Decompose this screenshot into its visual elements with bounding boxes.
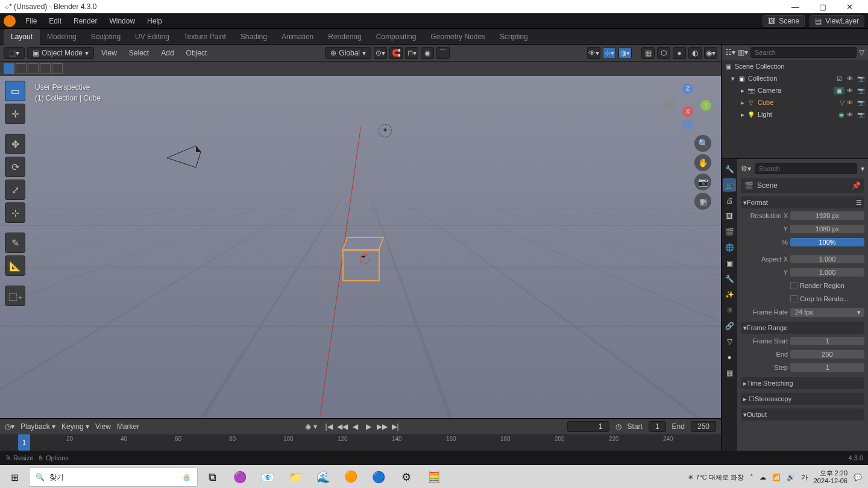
checkbox-icon[interactable]: ☑ [837,75,845,82]
timeline-editor-icon[interactable]: ◷▾ [5,422,14,431]
visibility-dropdown[interactable]: 👁▾ [587,47,600,59]
viewlayer-selector[interactable]: ▤ViewLayer [810,15,864,27]
snap-toggle[interactable]: 🧲 [389,47,403,59]
sync-icon[interactable]: ◷ [615,422,621,431]
tool-select-box[interactable]: ▭ [5,81,25,101]
editor-type-dropdown[interactable]: ⬚▾ [4,47,25,59]
tab-viewlayer[interactable]: 🖼 [723,210,736,223]
blender-logo-icon[interactable] [4,15,16,27]
proportional-falloff[interactable]: ⌒ [436,47,450,59]
tool-cursor[interactable]: ✛ [5,104,25,124]
gizmo-toggle[interactable]: ⊹▾ [603,47,616,59]
timeline-marker[interactable]: Marker [117,422,139,431]
notifications-icon[interactable]: 💬 [854,474,862,481]
eye-icon[interactable]: 👁 [847,99,855,106]
current-frame[interactable]: 1 [567,421,609,432]
camera-row[interactable]: ▸📷Camera▣👁📷 [722,84,868,96]
tab-texture[interactable]: ▦ [723,366,736,380]
tab-tool[interactable]: 🔧 [723,163,736,176]
xray-toggle[interactable]: ▦ [641,47,655,59]
tab-physics[interactable]: ⚛ [723,304,736,317]
ime-icon[interactable]: 가 [801,473,808,482]
resolution-y[interactable]: 1080 px [790,225,864,233]
timeline-playback[interactable]: Playback ▾ [20,422,55,431]
menu-window[interactable]: Window [103,17,141,25]
menu-help[interactable]: Help [141,17,168,25]
volume-icon[interactable]: 🔊 [787,474,795,481]
tab-geonodes[interactable]: Geometry Nodes [423,29,492,45]
tab-world[interactable]: 🌐 [723,241,736,254]
play-reverse-button[interactable]: ◀ [350,421,362,432]
frame-end[interactable]: 250 [790,350,864,358]
menu-file[interactable]: File [19,17,43,25]
scene-selector[interactable]: 🖼Scene [763,15,805,27]
snap-dropdown[interactable]: ⊓▾ [405,47,418,59]
shading-solid[interactable]: ● [673,47,686,59]
orientation-dropdown[interactable]: ⊕Global▾ [325,47,371,59]
settings-icon[interactable]: ⚙ [393,465,420,488]
edge-icon[interactable]: 🌊 [310,465,336,488]
tab-modeling[interactable]: Modeling [40,29,84,45]
chrome-icon[interactable]: 🔵 [365,465,392,488]
frame-range-header[interactable]: ▾ Frame Range [741,322,864,334]
props-search[interactable] [755,163,857,174]
taskbar-clock[interactable]: 오후 2:202024-12-06 [814,469,848,485]
tab-scripting[interactable]: Scripting [492,29,535,45]
minimize-button[interactable]: — [782,2,809,11]
weather-widget[interactable]: ☀ 7°C 대체로 화창 [688,473,744,482]
menu-edit[interactable]: Edit [43,17,68,25]
pan-button[interactable]: ✋ [694,154,711,171]
timeline-keying[interactable]: Keying ▾ [61,422,89,431]
tool-rotate[interactable]: ⟳ [5,157,25,177]
tab-texture[interactable]: Texture Paint [177,29,233,45]
resolution-pct[interactable]: 100% [790,238,864,246]
tab-data[interactable]: ▽ [723,335,736,348]
light-row[interactable]: ▸💡Light◉👁📷 [722,108,868,120]
copilot-icon[interactable]: 🟣 [227,465,253,488]
3d-viewport[interactable]: ▭ ✛ ✥ ⟳ ⤢ ⊹ ✎ 📐 ⬚₊ User Perspective (1) … [0,76,721,418]
list-icon[interactable]: ☰ [856,199,862,207]
display-mode-icon[interactable]: ▥▾ [738,48,748,57]
tab-output[interactable]: 🖨 [723,194,736,207]
eye-icon[interactable]: 👁 [847,87,855,94]
shading-rendered[interactable]: ◉▾ [704,47,717,59]
gizmo-neg-y[interactable] [664,100,675,111]
time-stretching-header[interactable]: ▸ Time Stretching [741,377,864,389]
shading-wireframe[interactable]: ⬡ [657,47,670,59]
taskview-icon[interactable]: ⧉ [199,465,225,488]
tab-material[interactable]: ● [723,351,736,364]
start-frame[interactable]: 1 [649,421,666,432]
tab-uv[interactable]: UV Editing [128,29,177,45]
tool-add-cube[interactable]: ⬚₊ [5,286,25,306]
onedrive-icon[interactable]: ☁ [760,474,766,481]
outlook-icon[interactable]: 📧 [254,465,281,488]
frame-step[interactable]: 1 [790,363,864,372]
select-box-icon[interactable] [4,63,14,74]
render-region-checkbox[interactable] [790,282,797,289]
timeline-ruler[interactable]: 1 20 40 60 80 100 120 140 160 180 200 22… [0,434,721,451]
tab-sculpting[interactable]: Sculpting [84,29,128,45]
menu-select[interactable]: Select [124,49,154,57]
format-panel-header[interactable]: ▾ Format☰ [741,196,864,208]
output-header[interactable]: ▾ Output [741,408,864,421]
resolution-x[interactable]: 1920 px [790,211,864,220]
wifi-icon[interactable]: 📶 [772,474,781,481]
tab-scene[interactable]: 🎬 [723,225,736,239]
camera-icon[interactable]: 📷 [857,87,866,94]
tool-transform[interactable]: ⊹ [5,202,25,223]
camera-object[interactable] [166,145,208,173]
cube-row[interactable]: ▸▽Cube▽👁📷 [722,96,868,108]
camera-icon[interactable]: 📷 [857,99,866,106]
frame-rate[interactable]: 24 fps ▾ [790,308,864,317]
jump-start-button[interactable]: |◀ [323,421,335,432]
calculator-icon[interactable]: 🧮 [421,465,447,488]
perspective-toggle[interactable]: ▦ [694,193,711,210]
frame-start[interactable]: 1 [790,337,864,345]
camera-view-button[interactable]: 📷 [694,174,711,190]
aspect-y[interactable]: 1.000 [790,268,864,277]
playhead[interactable]: 1 [18,434,30,451]
gizmo-neg-z[interactable] [682,119,693,130]
blender-taskbar-icon[interactable]: 🟠 [338,465,364,488]
proportional-edit[interactable]: ◉ [421,47,434,59]
scene-collection-row[interactable]: ▣Scene Collection [722,60,868,72]
